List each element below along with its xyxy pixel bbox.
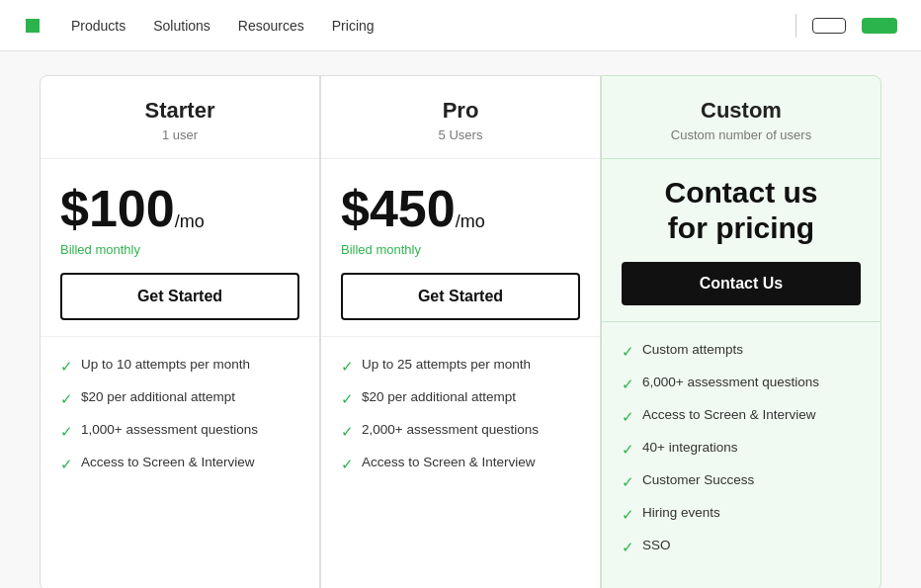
feature-text: 40+ integrations <box>642 440 737 455</box>
nav-right <box>780 14 897 38</box>
feature-text: 1,000+ assessment questions <box>81 422 258 437</box>
plan-price-amount-starter: $100 <box>60 180 175 237</box>
nav-link-resources[interactable]: Resources <box>238 18 304 34</box>
plan-price-per-pro: /mo <box>456 211 485 231</box>
feature-text: Access to Screen & Interview <box>642 407 816 422</box>
check-icon: ✓ <box>622 539 634 556</box>
plan-contact-text: Contact us for pricing <box>664 175 817 246</box>
feature-text: Access to Screen & Interview <box>362 455 536 469</box>
plan-users-custom: Custom number of users <box>622 127 861 142</box>
nav-link-pricing[interactable]: Pricing <box>332 18 375 34</box>
feature-text: Up to 25 attempts per month <box>362 357 531 372</box>
check-icon: ✓ <box>341 358 354 376</box>
plan-pricing-starter: $100/moBilled monthlyGet Started <box>41 159 319 337</box>
plan-billed-pro: Billed monthly <box>341 242 580 257</box>
plan-cta-button-starter[interactable]: Get Started <box>60 273 299 320</box>
sign-up-button[interactable] <box>862 18 897 34</box>
check-icon: ✓ <box>341 456 354 473</box>
feature-item: ✓Access to Screen & Interview <box>60 455 299 473</box>
plan-cta-button-custom[interactable]: Contact Us <box>622 262 861 305</box>
plan-price-amount-pro: $450 <box>341 180 456 237</box>
nav-link-solutions[interactable]: Solutions <box>153 18 210 34</box>
feature-text: Custom attempts <box>642 342 743 357</box>
feature-item: ✓$20 per additional attempt <box>341 389 580 408</box>
plan-price-per-starter: /mo <box>175 211 205 231</box>
feature-text: Up to 10 attempts per month <box>81 357 250 372</box>
feature-text: 2,000+ assessment questions <box>362 422 539 437</box>
plan-card-custom: CustomCustom number of usersContact us f… <box>601 75 881 588</box>
nav-left: ProductsSolutionsResourcesPricing <box>24 18 375 34</box>
plan-header-pro: Pro5 Users <box>321 76 600 159</box>
feature-item: ✓Up to 25 attempts per month <box>341 357 580 376</box>
feature-item: ✓6,000+ assessment questions <box>622 375 861 393</box>
plan-card-starter: Starter1 user$100/moBilled monthlyGet St… <box>40 75 320 588</box>
plan-header-custom: CustomCustom number of users <box>602 76 880 159</box>
check-icon: ✓ <box>60 390 73 408</box>
plan-name-pro: Pro <box>341 98 580 124</box>
nav-links: ProductsSolutionsResourcesPricing <box>71 18 375 34</box>
feature-item: ✓$20 per additional attempt <box>60 389 299 408</box>
check-icon: ✓ <box>622 506 634 524</box>
feature-item: ✓Access to Screen & Interview <box>622 407 861 426</box>
feature-item: ✓1,000+ assessment questions <box>60 422 299 441</box>
plan-features-starter: ✓Up to 10 attempts per month✓$20 per add… <box>41 337 319 588</box>
check-icon: ✓ <box>622 473 634 491</box>
plan-features-pro: ✓Up to 25 attempts per month✓$20 per add… <box>321 337 600 588</box>
navbar: ProductsSolutionsResourcesPricing <box>0 0 921 51</box>
check-icon: ✓ <box>622 408 634 426</box>
feature-text: $20 per additional attempt <box>81 389 235 404</box>
plan-billed-starter: Billed monthly <box>60 242 299 257</box>
plan-name-starter: Starter <box>60 98 299 124</box>
plan-card-pro: Pro5 Users$450/moBilled monthlyGet Start… <box>320 75 601 588</box>
plan-name-custom: Custom <box>622 98 861 124</box>
feature-text: SSO <box>642 538 671 552</box>
feature-text: Hiring events <box>642 505 720 520</box>
plan-cta-button-pro[interactable]: Get Started <box>341 273 580 320</box>
feature-item: ✓SSO <box>622 538 861 556</box>
request-demo-button[interactable] <box>812 18 846 34</box>
check-icon: ✓ <box>341 390 354 408</box>
feature-item: ✓Custom attempts <box>622 342 861 361</box>
check-icon: ✓ <box>60 423 73 441</box>
plan-features-custom: ✓Custom attempts✓6,000+ assessment quest… <box>602 322 880 588</box>
check-icon: ✓ <box>622 376 634 393</box>
feature-item: ✓Customer Success <box>622 472 861 491</box>
check-icon: ✓ <box>60 358 73 376</box>
nav-divider <box>795 14 796 38</box>
plan-pricing-custom: Contact us for pricingContact Us <box>602 159 880 322</box>
plan-header-starter: Starter1 user <box>41 76 319 159</box>
main-content: Starter1 user$100/moBilled monthlyGet St… <box>0 51 921 588</box>
feature-item: ✓Up to 10 attempts per month <box>60 357 299 376</box>
plan-users-starter: 1 user <box>60 127 299 142</box>
feature-item: ✓40+ integrations <box>622 440 861 459</box>
check-icon: ✓ <box>60 456 73 473</box>
feature-item: ✓2,000+ assessment questions <box>341 422 580 441</box>
feature-text: Access to Screen & Interview <box>81 455 255 469</box>
plan-users-pro: 5 Users <box>341 127 580 142</box>
feature-text: $20 per additional attempt <box>362 389 516 404</box>
feature-text: 6,000+ assessment questions <box>642 375 819 389</box>
plan-pricing-pro: $450/moBilled monthlyGet Started <box>321 159 600 337</box>
logo-square-icon <box>26 19 40 33</box>
check-icon: ✓ <box>341 423 354 441</box>
check-icon: ✓ <box>622 441 634 459</box>
logo <box>24 19 40 33</box>
nav-link-products[interactable]: Products <box>71 18 126 34</box>
feature-item: ✓Access to Screen & Interview <box>341 455 580 473</box>
feature-text: Customer Success <box>642 472 754 487</box>
feature-item: ✓Hiring events <box>622 505 861 524</box>
pricing-grid: Starter1 user$100/moBilled monthlyGet St… <box>40 75 881 588</box>
check-icon: ✓ <box>622 343 634 361</box>
